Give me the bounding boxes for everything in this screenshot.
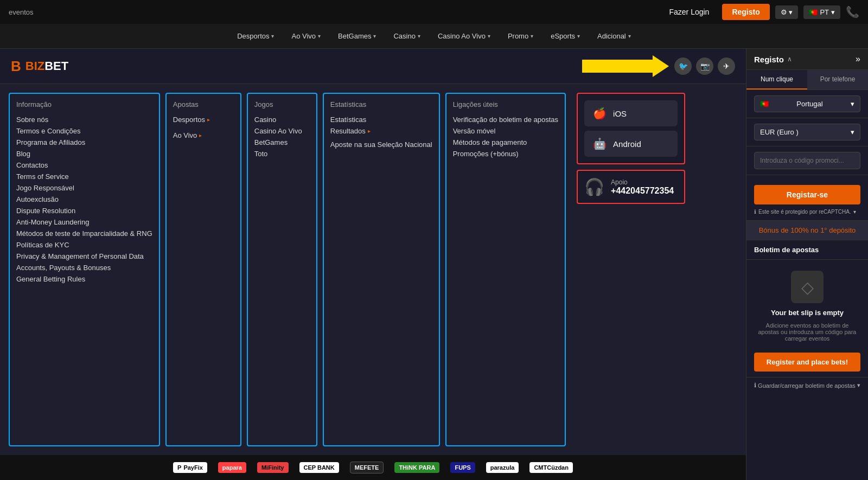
jogos-title: Jogos — [254, 100, 310, 108]
nav-esports[interactable]: eSports ▾ — [543, 27, 588, 46]
estatisticas-link[interactable]: Estatísticas — [330, 114, 432, 125]
country-label: Portugal — [796, 100, 822, 108]
info-link-afiliados[interactable]: Programa de Afiliados — [16, 137, 152, 148]
android-label: Android — [613, 139, 641, 149]
register-button[interactable]: Registo — [722, 4, 769, 20]
nav-promo[interactable]: Promo ▾ — [500, 27, 541, 46]
right-column: 🍎 iOS 🤖 Android 🎧 Apoio +442045772354 — [577, 93, 685, 446]
top-bar: eventos Fazer Login Registo ⚙ ▾ 🇵🇹 PT ▾ … — [0, 0, 868, 24]
support-section[interactable]: 🎧 Apoio +442045772354 — [577, 170, 685, 204]
social-icons: 🐦 📷 ✈ — [674, 57, 735, 75]
login-button[interactable]: Fazer Login — [661, 4, 717, 20]
info-link-aml[interactable]: Anti-Money Laundering — [16, 216, 152, 228]
info-link-dispute[interactable]: Dispute Resolution — [16, 205, 152, 216]
jogos-casino-ao-vivo[interactable]: Casino Ao Vivo — [254, 125, 310, 137]
footer-logo-fups[interactable]: FUPS — [450, 462, 475, 473]
language-button[interactable]: 🇵🇹 PT ▾ — [803, 5, 840, 19]
headset-icon: 🎧 — [584, 177, 604, 196]
android-download-button[interactable]: 🤖 Android — [584, 131, 678, 157]
footer-logo-mifinity[interactable]: MiFinity — [257, 462, 289, 473]
jogos-casino[interactable]: Casino — [254, 114, 310, 125]
sidebar-header: Registo ∧ » — [746, 49, 868, 70]
info-link-kyc[interactable]: Políticas de KYC — [16, 239, 152, 251]
tab-por-telefone[interactable]: Por telefone — [807, 70, 868, 89]
chevron-down-icon: ▾ — [271, 33, 274, 39]
info-link-privacy[interactable]: Privacy & Management of Personal Data — [16, 251, 152, 262]
info-link-rng[interactable]: Métodos de teste de Imparcialidade & RNG — [16, 228, 152, 239]
info-link-general[interactable]: General Betting Rules — [16, 273, 152, 285]
info-link-autoexclusao[interactable]: Autoexclusão — [16, 194, 152, 205]
info-link-jogo-responsavel[interactable]: Jogo Responsável — [16, 182, 152, 194]
chevron-down-icon: ▾ — [373, 33, 376, 39]
bet-slip-empty-title: Your bet slip is empty — [771, 309, 844, 317]
tab-row: Num clique Por telefone — [746, 70, 868, 90]
arrow-indicator — [582, 55, 669, 77]
ios-download-button[interactable]: 🍎 iOS — [584, 100, 678, 126]
resultados-link[interactable]: Resultados ▸ — [330, 125, 432, 137]
nav-ao-vivo[interactable]: Ao Vivo ▾ — [284, 27, 328, 46]
logo-area: B BIZBET — [11, 58, 68, 75]
info-link-termos[interactable]: Termos e Condições — [16, 125, 152, 137]
place-bets-button[interactable]: Register and place bets! — [754, 353, 860, 372]
nav-betgames[interactable]: BetGames ▾ — [330, 27, 384, 46]
aposte-selecao[interactable]: Aposte na sua Seleção Nacional — [330, 139, 432, 150]
ligacoes-pagamento[interactable]: Métodos de pagamento — [453, 137, 558, 148]
nav-desportos[interactable]: Desportos ▾ — [229, 27, 282, 46]
ligacoes-title: Ligações úteis — [453, 100, 558, 108]
nav-casino[interactable]: Casino ▾ — [386, 27, 427, 46]
footer-logo-thinkpara[interactable]: THiNK PARA — [394, 462, 439, 473]
logo-icon: B — [11, 58, 21, 75]
nav-adicional[interactable]: Adicional ▾ — [590, 27, 639, 46]
bonus-bar: Bónus de 100% no 1° depósito — [746, 221, 868, 240]
apostas-desportos[interactable]: Desportos ▸ — [173, 114, 234, 125]
footer-logo-cmtcuzdan[interactable]: CMTCüzdan — [529, 462, 573, 473]
main-wrapper: B BIZBET 🐦 📷 ✈ Informação Sobre nós — [0, 49, 868, 480]
country-select[interactable]: 🇵🇹 Portugal ▾ — [754, 95, 860, 112]
jogos-betgames[interactable]: BetGames — [254, 137, 310, 148]
info-link-accounts[interactable]: Accounts, Payouts & Bonuses — [16, 262, 152, 273]
currency-select[interactable]: EUR (Euro ) ▾ — [754, 124, 860, 140]
ligacoes-verificacao[interactable]: Verificação do boletim de apostas — [453, 114, 558, 125]
support-phone: +442045772354 — [611, 186, 674, 196]
apostas-section: Apostas Desportos ▸ Ao Vivo ▸ — [165, 93, 241, 446]
payfix-icon: P — [177, 464, 181, 471]
footer-logo-cepbank[interactable]: CEP BANK — [299, 462, 339, 473]
tab-num-clique[interactable]: Num clique — [746, 70, 807, 89]
ligacoes-versao-movel[interactable]: Versão móvel — [453, 125, 558, 137]
registar-button[interactable]: Registar-se — [754, 185, 860, 204]
chevron-down-icon: ▾ — [488, 33, 490, 39]
bet-slip-empty-icon: ◇ — [791, 271, 824, 303]
settings-button[interactable]: ⚙ ▾ — [775, 5, 799, 19]
info-icon: ℹ — [754, 209, 756, 215]
svg-marker-0 — [582, 55, 669, 77]
phone-button[interactable]: 📞 — [846, 5, 859, 18]
info-link-blog[interactable]: Blog — [16, 148, 152, 159]
info-link-contactos[interactable]: Contactos — [16, 159, 152, 171]
info-link-sobre-nos[interactable]: Sobre nós — [16, 114, 152, 125]
chevron-down-icon: ▾ — [531, 33, 533, 39]
footer-logo-papara[interactable]: papara — [218, 462, 246, 473]
top-bar-right: Fazer Login Registo ⚙ ▾ 🇵🇹 PT ▾ 📞 — [661, 4, 859, 20]
sidebar-collapse-button[interactable]: » — [856, 54, 860, 64]
jogos-toto[interactable]: Toto — [254, 148, 310, 159]
right-sidebar: Registo ∧ » Num clique Por telefone 🇵🇹 P… — [746, 49, 868, 480]
estatisticas-title: Estatísticas — [330, 100, 432, 108]
footer: P PayFix papara MiFinity CEP BANK MEFETE… — [0, 455, 746, 480]
footer-logo-mefete[interactable]: MEFETE — [350, 462, 384, 473]
nav-casino-ao-vivo[interactable]: Casino Ao Vivo ▾ — [430, 27, 498, 46]
save-bet-label: Guardar/carregar boletim de apostas — [758, 382, 856, 389]
header-right: 🐦 📷 ✈ — [582, 55, 735, 77]
promo-code-input[interactable] — [754, 152, 860, 169]
ligacoes-promocoes[interactable]: Promoções (+bónus) — [453, 148, 558, 159]
apostas-ao-vivo[interactable]: Ao Vivo ▸ — [173, 130, 234, 141]
footer-logo-parazula[interactable]: parazula — [486, 462, 519, 473]
twitter-icon[interactable]: 🐦 — [674, 57, 692, 75]
bet-slip-header: Boletim de apostas — [746, 240, 868, 260]
instagram-icon[interactable]: 📷 — [696, 57, 713, 75]
footer-logo-payfix[interactable]: P PayFix — [173, 462, 207, 473]
chevron-down-icon: ▾ — [418, 33, 420, 39]
info-link-terms-of-service[interactable]: Terms of Service — [16, 171, 152, 182]
telegram-icon[interactable]: ✈ — [718, 57, 735, 75]
chevron-down-icon: ▾ — [577, 33, 580, 39]
info-section-title: Informação — [16, 100, 152, 108]
